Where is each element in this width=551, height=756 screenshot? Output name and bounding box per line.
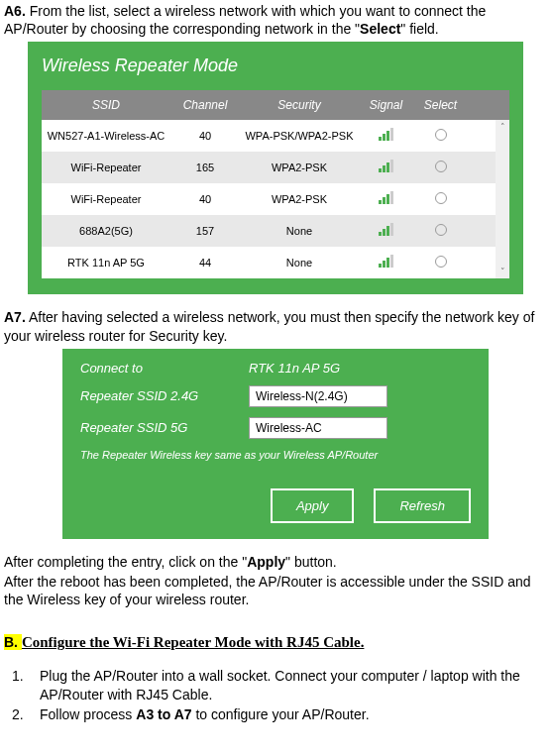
table-row: WiFi-Repeater 40 WPA2-PSK: [42, 183, 509, 215]
connect-to-row: Connect to RTK 11n AP 5G: [80, 361, 471, 376]
cell-channel: 40: [170, 185, 240, 213]
apply-button[interactable]: Apply: [271, 488, 355, 523]
after-apply-text: After completing the entry, click on the…: [4, 553, 547, 571]
panel-title: Wireless Repeater Mode: [28, 52, 523, 90]
select-radio[interactable]: [435, 129, 447, 141]
step-a7-text: A7. After having selected a wireless net…: [4, 308, 547, 344]
scroll-down-icon[interactable]: ˅: [496, 265, 509, 278]
cell-signal: [359, 121, 413, 151]
cell-channel: 165: [170, 154, 240, 181]
signal-icon: [379, 192, 393, 204]
cell-select: [413, 184, 468, 214]
section-b-prefix: B.: [4, 634, 22, 650]
ssid-24g-input[interactable]: Wireless-N(2.4G): [249, 385, 387, 407]
signal-icon: [379, 161, 393, 172]
header-security: Security: [240, 90, 359, 120]
select-radio[interactable]: [435, 161, 447, 172]
list-item-2: 2.Follow process A3 to A7 to configure y…: [4, 705, 547, 723]
table-row: WN527-A1-Wireless-AC 40 WPA-PSK/WPA2-PSK: [42, 120, 509, 152]
step-a6-prefix: A6.: [4, 3, 26, 19]
table-row: WiFi-Repeater 165 WPA2-PSK: [42, 152, 509, 183]
table-row: RTK 11n AP 5G 44 None: [42, 247, 509, 278]
cell-signal: [359, 184, 413, 214]
table-row: 688A2(5G) 157 None: [42, 215, 509, 247]
section-b-heading: B. Configure the Wi-Fi Repeater Mode wit…: [4, 634, 547, 651]
select-radio[interactable]: [435, 192, 447, 204]
signal-icon: [379, 224, 393, 236]
refresh-button[interactable]: Refresh: [374, 488, 471, 523]
scroll-up-icon[interactable]: ˄: [496, 120, 509, 134]
step-a7-prefix: A7.: [4, 309, 26, 325]
connect-to-panel: Connect to RTK 11n AP 5G Repeater SSID 2…: [62, 349, 489, 539]
cell-signal: [359, 153, 413, 182]
cell-channel: 44: [170, 249, 240, 276]
cell-select: [413, 248, 468, 277]
cell-ssid: WiFi-Repeater: [42, 154, 170, 181]
connect-to-value: RTK 11n AP 5G: [249, 361, 471, 376]
signal-icon: [379, 256, 393, 268]
cell-security: WPA2-PSK: [240, 154, 359, 181]
cell-channel: 157: [170, 217, 240, 245]
table-body: WN527-A1-Wireless-AC 40 WPA-PSK/WPA2-PSK…: [42, 120, 509, 278]
header-select: Select: [413, 90, 468, 120]
ssid-24g-label: Repeater SSID 2.4G: [80, 388, 249, 403]
cell-ssid: 688A2(5G): [42, 217, 170, 245]
ssid-5g-input[interactable]: Wireless-AC: [249, 417, 387, 439]
select-radio[interactable]: [435, 256, 447, 268]
ssid-5g-row: Repeater SSID 5G Wireless-AC: [80, 417, 471, 439]
after-reboot-text: After the reboot has been completed, the…: [4, 573, 547, 608]
step-a6-text: A6. From the list, select a wireless net…: [4, 2, 547, 38]
wireless-key-note: The Repeater Wireless key same as your W…: [80, 449, 471, 461]
cell-signal: [359, 216, 413, 246]
cell-channel: 40: [170, 122, 240, 150]
ssid-24g-row: Repeater SSID 2.4G Wireless-N(2.4G): [80, 385, 471, 407]
select-radio[interactable]: [435, 224, 447, 236]
header-signal: Signal: [359, 90, 413, 120]
cell-select: [413, 121, 468, 151]
network-table: SSID Channel Security Signal Select WN52…: [42, 90, 509, 278]
button-row: Apply Refresh: [80, 488, 471, 523]
cell-security: None: [240, 217, 359, 245]
wireless-repeater-mode-panel: Wireless Repeater Mode SSID Channel Secu…: [28, 42, 523, 294]
cell-security: WPA2-PSK: [240, 185, 359, 213]
table-header-row: SSID Channel Security Signal Select: [42, 90, 509, 120]
scrollbar[interactable]: ˄ ˅: [496, 120, 509, 278]
list-item-1: 1.Plug the AP/Router into a wall socket.…: [4, 667, 547, 702]
ssid-5g-label: Repeater SSID 5G: [80, 420, 249, 435]
signal-icon: [379, 129, 393, 141]
cell-security: None: [240, 249, 359, 276]
cell-select: [413, 153, 468, 182]
connect-to-label: Connect to: [80, 361, 249, 376]
cell-ssid: WN527-A1-Wireless-AC: [42, 122, 170, 150]
cell-select: [413, 216, 468, 246]
section-b-title: Configure the Wi-Fi Repeater Mode with R…: [22, 634, 365, 650]
cell-signal: [359, 248, 413, 277]
header-ssid: SSID: [42, 90, 170, 120]
cell-security: WPA-PSK/WPA2-PSK: [240, 122, 359, 150]
cell-ssid: RTK 11n AP 5G: [42, 249, 170, 276]
cell-ssid: WiFi-Repeater: [42, 185, 170, 213]
header-channel: Channel: [170, 90, 240, 120]
